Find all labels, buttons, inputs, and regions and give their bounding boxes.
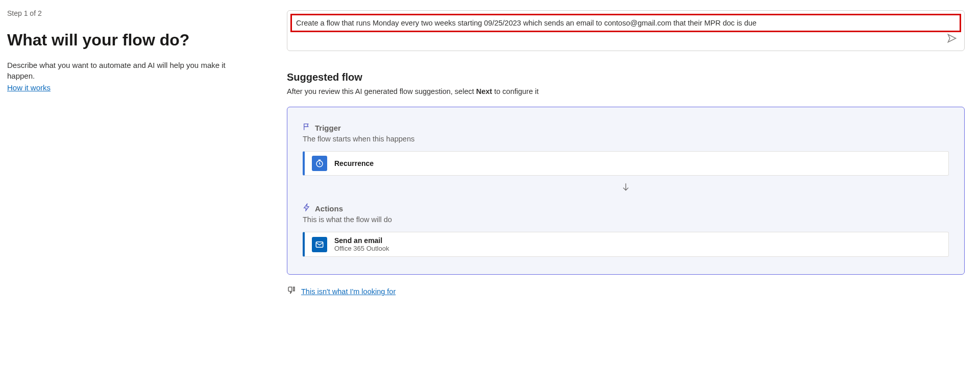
flag-icon <box>303 123 311 133</box>
suggested-flow-title: Suggested flow <box>287 71 965 83</box>
prompt-input-container[interactable]: Create a flow that runs Monday every two… <box>287 10 965 51</box>
bolt-icon <box>303 203 311 213</box>
app-root: Step 1 of 2 What will your flow do? Desc… <box>0 0 980 386</box>
thumbs-down-icon[interactable] <box>287 286 296 297</box>
how-it-works-link[interactable]: How it works <box>7 83 51 92</box>
left-panel: Step 1 of 2 What will your flow do? Desc… <box>0 0 276 386</box>
trigger-card-text: Recurrence <box>334 159 374 167</box>
action-card-title: Send an email <box>334 236 389 245</box>
trigger-card[interactable]: Recurrence <box>303 151 949 176</box>
suggested-sub-suffix: to configure it <box>492 87 538 95</box>
trigger-card-title: Recurrence <box>334 159 374 167</box>
actions-label: Actions <box>315 204 343 213</box>
action-card-text: Send an email Office 365 Outlook <box>334 236 389 252</box>
suggested-flow-subtitle: After you review this AI generated flow … <box>287 87 965 95</box>
not-looking-link[interactable]: This isn't what I'm looking for <box>301 287 396 296</box>
page-title: What will your flow do? <box>7 31 255 50</box>
suggested-sub-bold: Next <box>476 87 492 95</box>
page-subtitle: Describe what you want to automate and A… <box>7 60 255 81</box>
action-card-sub: Office 365 Outlook <box>334 245 389 252</box>
send-icon[interactable] <box>947 33 957 45</box>
action-card[interactable]: Send an email Office 365 Outlook <box>303 232 949 257</box>
actions-header: Actions <box>303 203 949 213</box>
prompt-highlight: Create a flow that runs Monday every two… <box>290 14 961 32</box>
outlook-icon <box>312 237 327 252</box>
clock-icon <box>312 156 327 171</box>
prompt-text: Create a flow that runs Monday every two… <box>292 19 761 27</box>
flow-card: Trigger The flow starts when this happen… <box>287 107 965 275</box>
right-panel: Create a flow that runs Monday every two… <box>276 0 980 386</box>
feedback-row: This isn't what I'm looking for <box>287 286 965 297</box>
actions-desc: This is what the flow will do <box>303 215 949 224</box>
trigger-desc: The flow starts when this happens <box>303 135 949 143</box>
trigger-header: Trigger <box>303 123 949 133</box>
suggested-sub-prefix: After you review this AI generated flow … <box>287 87 476 95</box>
arrow-down-icon <box>303 182 949 194</box>
trigger-label: Trigger <box>315 124 341 132</box>
step-indicator: Step 1 of 2 <box>7 9 255 17</box>
